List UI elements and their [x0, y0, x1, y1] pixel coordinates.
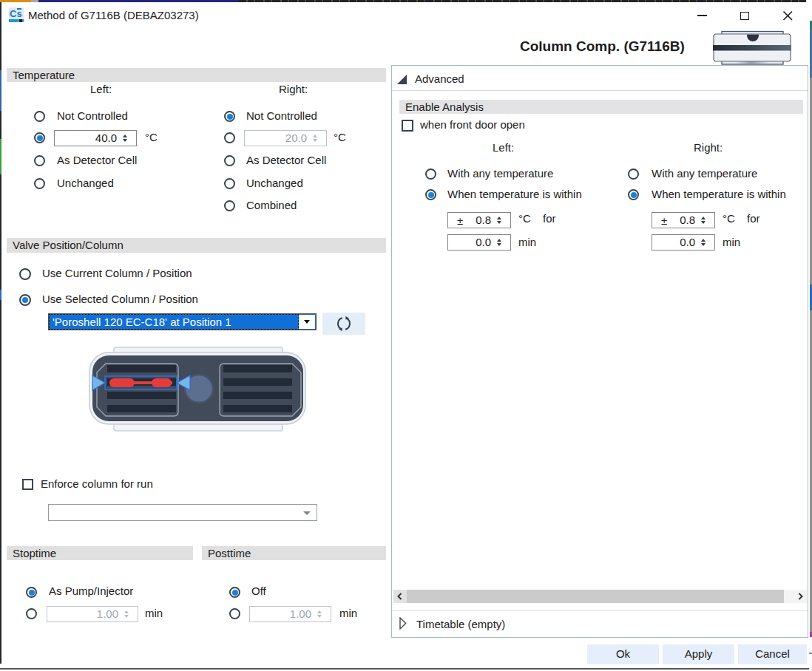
svg-text:Cs: Cs [10, 8, 22, 19]
